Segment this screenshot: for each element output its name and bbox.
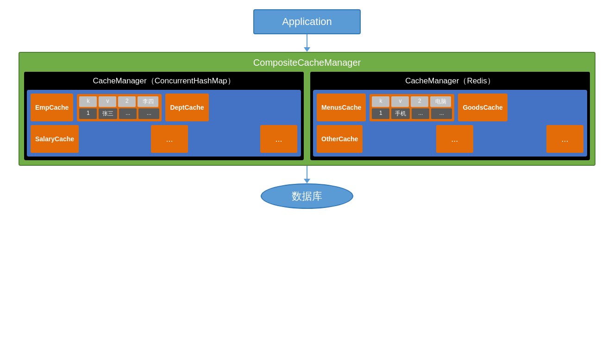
emp-data-1: 1 <box>79 108 97 119</box>
other-cache-label: OtherCache <box>317 125 363 153</box>
menus-table-data-row: 1 手机 ... ... <box>372 108 452 119</box>
arrow-app-to-composite <box>304 34 310 52</box>
cache-manager-redis: CacheManager（Redis） MenusCache k v 2 电脑 <box>310 72 590 160</box>
composite-cache-manager: CompositeCacheManager CacheManager（Concu… <box>19 52 595 166</box>
menus-cache-label: MenusCache <box>317 94 366 121</box>
emp-header-k: k <box>79 96 97 107</box>
menus-data-dots1: ... <box>412 108 429 119</box>
cache-managers-row: CacheManager（ConcurrentHashMap） EmpCache… <box>24 72 590 160</box>
menus-header-v: v <box>391 96 409 107</box>
menus-table-header-row: k v 2 电脑 <box>372 96 452 107</box>
concurrent-inner: EmpCache k v 2 李四 1 张三 ... <box>27 90 301 157</box>
emp-table-header-row: k v 2 李四 <box>79 96 159 107</box>
application-box: Application <box>253 9 361 34</box>
composite-title: CompositeCacheManager <box>24 56 590 72</box>
goods-cache-label: GoodsCache <box>458 94 507 121</box>
menus-data-1: 1 <box>372 108 389 119</box>
redis-ellipsis2: ... <box>546 125 583 153</box>
cache-manager-concurrent-title: CacheManager（ConcurrentHashMap） <box>24 72 304 90</box>
concurrent-row2: SalaryCache ... ... <box>31 125 297 153</box>
cache-manager-redis-title: CacheManager（Redis） <box>310 72 590 90</box>
emp-data-dots1: ... <box>119 108 137 119</box>
emp-header-v: v <box>99 96 116 107</box>
emp-data-dots2: ... <box>138 108 159 119</box>
redis-row1: MenusCache k v 2 电脑 1 手机 ... <box>317 94 583 121</box>
dept-cache-label: DeptCache <box>165 94 208 121</box>
cache-manager-concurrent: CacheManager（ConcurrentHashMap） EmpCache… <box>24 72 304 160</box>
menus-header-2: 2 <box>411 96 428 107</box>
emp-header-lisi: 李四 <box>138 96 158 107</box>
database-label: 数据库 <box>292 189 322 203</box>
emp-cache-table: k v 2 李四 1 张三 ... ... <box>77 94 162 121</box>
concurrent-ellipsis2: ... <box>260 125 297 153</box>
menus-data-dots2: ... <box>431 108 452 119</box>
emp-table-data-row: 1 张三 ... ... <box>79 108 159 119</box>
menus-header-k: k <box>372 96 389 107</box>
arrow-composite-to-db <box>304 166 310 183</box>
redis-row2: OtherCache ... ... <box>317 125 583 153</box>
redis-ellipsis1: ... <box>436 125 473 153</box>
emp-cache-label: EmpCache <box>31 94 73 121</box>
concurrent-row1: EmpCache k v 2 李四 1 张三 ... <box>31 94 297 121</box>
menus-cache-table: k v 2 电脑 1 手机 ... ... <box>370 94 454 121</box>
emp-header-2: 2 <box>118 96 136 107</box>
database-ellipse: 数据库 <box>261 183 353 209</box>
concurrent-ellipsis1: ... <box>151 125 188 153</box>
menus-header-diannao: 电脑 <box>430 96 451 107</box>
menus-data-shouji: 手机 <box>391 108 410 119</box>
redis-inner: MenusCache k v 2 电脑 1 手机 ... <box>313 90 587 157</box>
salary-cache-label: SalaryCache <box>31 125 79 153</box>
emp-data-zhangsan: 张三 <box>99 108 117 119</box>
